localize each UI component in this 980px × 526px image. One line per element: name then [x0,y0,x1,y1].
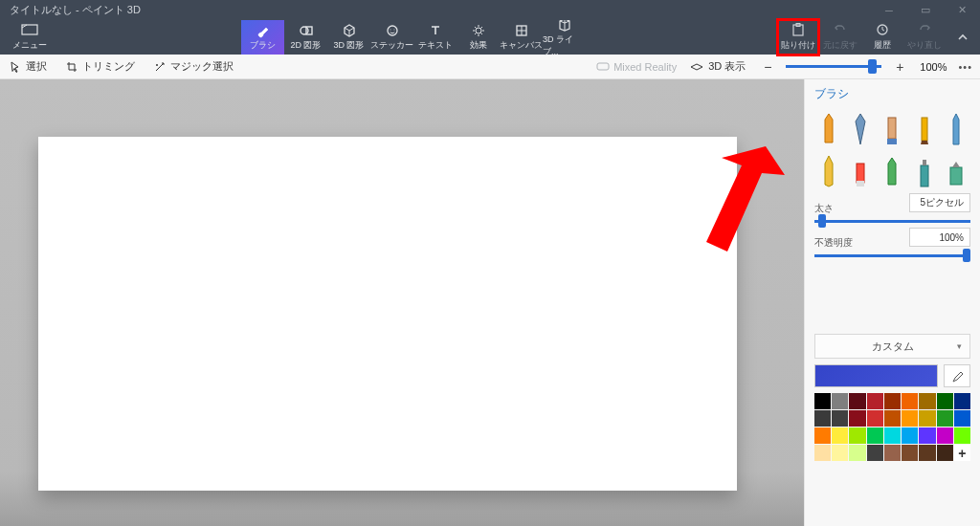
color-swatch[interactable] [919,410,935,427]
clipboard-icon [791,23,805,38]
color-swatch[interactable] [902,410,918,427]
color-swatch[interactable] [919,393,935,409]
color-swatch[interactable] [849,410,865,427]
3d-view-button[interactable]: 3D 表示 [684,59,751,74]
maximize-button[interactable]: ▭ [907,0,944,20]
tool-sticker[interactable]: ステッカー [370,20,413,55]
crop-icon [66,61,78,73]
canvas-stage [0,79,804,526]
svg-rect-18 [923,160,926,165]
brush-fill[interactable] [943,150,970,188]
magic-select-tool[interactable]: マジック選択 [145,55,243,78]
mixed-reality-button[interactable]: Mixed Reality [596,61,677,73]
color-swatch[interactable] [902,427,918,444]
opacity-input[interactable]: 100% [909,228,970,247]
undo-button[interactable]: 元に戻す [819,20,861,55]
annotation-arrow [660,137,785,261]
color-swatch[interactable] [832,427,848,444]
svg-rect-19 [950,167,962,185]
paste-button[interactable]: 貼り付け [777,20,819,55]
color-swatch[interactable] [867,393,883,409]
zoom-in-button[interactable]: + [891,59,908,75]
magic-icon [154,61,166,73]
tool-canvas[interactable]: キャンバス [500,20,543,55]
color-swatch[interactable] [884,410,901,427]
color-swatch[interactable] [814,445,831,461]
color-swatch[interactable] [954,427,970,444]
tool-text[interactable]: テキスト [413,20,457,55]
color-swatch[interactable] [832,445,848,461]
svg-rect-16 [857,181,864,186]
color-swatch[interactable] [937,410,953,427]
3d-icon [342,23,357,38]
brush-marker[interactable] [814,108,842,146]
color-swatch[interactable] [832,393,848,409]
color-swatch[interactable] [954,393,970,409]
menu-button[interactable]: メニュー [0,20,59,55]
tool-brush[interactable]: ブラシ [241,20,284,55]
tool-3d[interactable]: 3D 図形 [327,20,370,55]
opacity-slider[interactable] [814,254,970,257]
color-swatch[interactable] [814,427,831,444]
canvas[interactable] [38,137,737,491]
3d-view-icon [690,62,703,72]
tool-2d[interactable]: 2D 図形 [284,20,327,55]
color-swatch[interactable] [937,393,953,409]
current-color-swatch[interactable] [814,364,938,387]
title-bar: タイトルなし - ペイント 3D ─ ▭ ✕ [0,0,980,20]
color-swatch[interactable] [884,427,901,444]
more-button[interactable]: ••• [958,61,972,73]
brush-pixel[interactable] [943,108,970,146]
color-swatch[interactable] [814,393,831,409]
color-swatch[interactable] [937,445,953,461]
brush-oil[interactable] [879,108,906,146]
2d-icon [299,23,314,38]
chevron-down-icon: ▾ [957,341,962,351]
tool-fx[interactable]: 効果 [457,20,500,55]
zoom-slider[interactable] [786,65,881,68]
svg-rect-17 [921,165,928,186]
brush-crayon[interactable] [879,150,906,188]
color-swatch[interactable] [849,393,865,409]
eyedropper-button[interactable] [944,364,970,387]
close-button[interactable]: ✕ [944,0,980,20]
color-swatch[interactable] [814,410,831,427]
material-dropdown[interactable]: カスタム ▾ [814,334,970,359]
color-swatch[interactable] [884,445,901,461]
color-swatch[interactable] [937,427,953,444]
crop-tool[interactable]: トリミング [56,55,145,78]
cursor-icon [10,61,21,73]
thickness-slider[interactable] [814,220,970,223]
select-tool[interactable]: 選択 [0,55,56,78]
brush-watercolor[interactable] [910,108,938,146]
color-swatch[interactable] [902,445,918,461]
minimize-button[interactable]: ─ [871,0,907,20]
color-swatch[interactable] [849,445,865,461]
tool-3dlib[interactable]: 3D ライブ... [543,20,586,55]
color-swatch[interactable] [849,427,865,444]
color-swatch[interactable] [884,393,901,409]
history-button[interactable]: 履歴 [861,20,903,55]
zoom-out-button[interactable]: − [759,59,776,75]
color-swatch[interactable] [954,410,970,427]
brush-spray[interactable] [910,150,938,188]
redo-button[interactable]: やり直し [903,20,946,55]
brush-pencil[interactable] [814,150,842,188]
color-swatch[interactable] [919,427,935,444]
add-color-button[interactable]: + [954,445,970,461]
undo-icon [834,23,847,38]
svg-rect-12 [888,118,896,139]
color-swatch[interactable] [867,410,883,427]
color-swatch[interactable] [867,445,883,461]
brush-calligraphy[interactable] [846,108,874,146]
svg-rect-10 [597,63,609,70]
thickness-input[interactable]: 5ピクセル [909,193,970,212]
brush-eraser[interactable] [846,150,874,188]
expand-panel-button[interactable] [946,20,980,55]
color-swatch[interactable] [867,427,883,444]
color-swatch[interactable] [919,445,935,461]
color-swatch[interactable] [832,410,848,427]
side-panel: ブラシ 太さ 5ピクセル 不透明度 100% カスタム ▾ [804,79,980,526]
color-swatch[interactable] [902,393,918,409]
svg-marker-11 [706,146,785,252]
